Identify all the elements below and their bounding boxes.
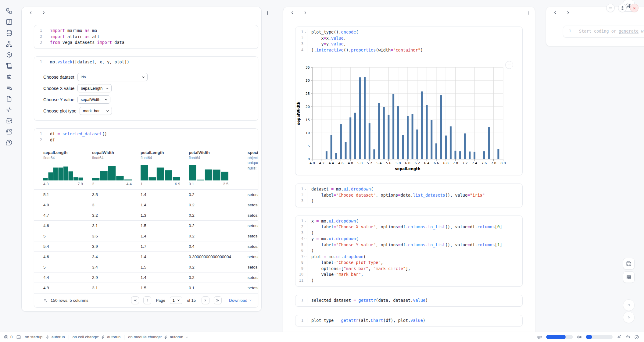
code-text[interactable]: mo.vstack([dataset, x, y, plot]) xyxy=(46,59,258,65)
table-row[interactable]: 53.41.50.2setosa xyxy=(34,262,258,273)
table-row[interactable]: 4.63.11.50.2setosa xyxy=(34,221,258,231)
fold-chevron-icon[interactable] xyxy=(304,237,307,240)
layout-button[interactable] xyxy=(623,271,635,283)
code-text[interactable]: ) xyxy=(307,198,522,204)
empty-code-cell[interactable]: 1 Start coding or generate with AI xyxy=(563,26,644,37)
scratchpad-icon[interactable] xyxy=(5,128,13,135)
column-back-button[interactable] xyxy=(28,10,33,15)
generate-link[interactable]: generate xyxy=(619,29,639,34)
settings-button[interactable] xyxy=(618,4,627,12)
table-row[interactable]: 4.93.11.50.1setosa xyxy=(34,283,258,293)
code-text[interactable]: label="Choose plot type", xyxy=(307,260,522,266)
code-text[interactable]: ) xyxy=(307,278,522,284)
code-text[interactable]: selected_dataset = getattr(data, dataset… xyxy=(307,297,522,304)
choose-x-value-select[interactable]: sepalLength xyxy=(77,84,112,92)
variables-icon[interactable] xyxy=(5,18,13,26)
column-forward-button[interactable] xyxy=(566,10,571,15)
check-circle-icon[interactable] xyxy=(634,335,639,340)
fold-chevron-icon[interactable] xyxy=(304,30,307,34)
fold-chevron-icon[interactable] xyxy=(304,187,307,191)
data-sources-icon[interactable] xyxy=(5,29,13,37)
code-text[interactable]: import altair as alt xyxy=(46,34,258,40)
code-editor[interactable]: 1plot_type().encode(2 x=x.value,3 y=y.va… xyxy=(295,27,522,56)
robot-icon[interactable] xyxy=(625,335,630,340)
dependency-graph-icon[interactable] xyxy=(5,40,13,48)
save-button[interactable] xyxy=(623,258,635,269)
table-row[interactable]: 53.61.40.2setosa xyxy=(34,231,258,241)
code-editor[interactable]: 1import marimo as mo2import altair as al… xyxy=(34,25,258,48)
add-cell-button[interactable] xyxy=(264,9,271,16)
code-text[interactable]: df = selected_dataset() xyxy=(46,131,258,137)
logs-icon[interactable] xyxy=(5,62,13,69)
ai-chat-icon[interactable] xyxy=(5,73,13,80)
table-row[interactable]: 5.13.51.40.2setosa xyxy=(34,190,258,200)
code-text[interactable]: dataset = mo.ui.dropdown( xyxy=(307,186,522,192)
search-icon[interactable] xyxy=(43,298,48,303)
column-header-petalLength[interactable]: petalLengthfloat6416.9 xyxy=(141,146,189,190)
chart-actions-button[interactable] xyxy=(505,61,513,69)
column-header-sepalWidth[interactable]: sepalWidthfloat6424.4 xyxy=(92,146,141,190)
add-cell-button[interactable] xyxy=(525,9,531,16)
column-header-species[interactable]: speciesobjectunique:nulls: xyxy=(248,146,258,190)
column-header-sepalLength[interactable]: sepalLengthfloat644.37.9 xyxy=(34,146,92,190)
last-page-button[interactable] xyxy=(214,296,222,304)
code-text[interactable]: import marimo as mo xyxy=(46,28,258,34)
bar-chart[interactable]: 4.04.24.44.64.85.05.25.45.65.86.06.26.46… xyxy=(295,60,511,173)
code-editor[interactable]: 1mo.vstack([dataset, x, y, plot]) xyxy=(34,57,258,68)
code-text[interactable]: x=x.value, xyxy=(307,35,522,41)
column-back-button[interactable] xyxy=(553,10,557,15)
runtime-config-on-startup-[interactable]: on startup:autorun xyxy=(25,335,65,339)
code-text[interactable]: df xyxy=(46,137,258,143)
code-text[interactable]: options=["mark_bar", "mark_circle"], xyxy=(307,266,522,272)
code-text[interactable]: ) xyxy=(307,230,522,236)
column-forward-button[interactable] xyxy=(303,10,308,15)
code-placeholder[interactable]: Start coding or generate with AI xyxy=(575,28,644,34)
stop-button[interactable] xyxy=(623,299,635,311)
fold-chevron-icon[interactable] xyxy=(304,255,307,258)
code-editor[interactable]: 1df = selected_dataset()2df xyxy=(34,129,258,146)
column-header-petalWidth[interactable]: petalWidthfloat640.12.5 xyxy=(189,146,248,190)
code-text[interactable]: label="Choose dataset", options=data.lis… xyxy=(307,192,522,198)
code-text[interactable]: label="Choose X value", options=df.colum… xyxy=(307,224,522,230)
code-text[interactable]: y=y.value, xyxy=(307,41,522,47)
table-row[interactable]: 5.43.91.70.4setosa xyxy=(34,241,258,252)
profiler-icon[interactable] xyxy=(5,106,13,113)
code-editor[interactable]: 1dataset = mo.ui.dropdown(2 label="Choos… xyxy=(295,184,522,207)
code-text[interactable]: plot_type = getattr(alt.Chart(df), plot.… xyxy=(307,318,522,324)
runtime-config-on-module-change-[interactable]: on module change:autorun xyxy=(128,335,189,339)
terminal-button[interactable] xyxy=(16,335,21,340)
packages-icon[interactable] xyxy=(5,51,13,59)
choose-plot-type-select[interactable]: mark_bar xyxy=(80,107,112,115)
column-back-button[interactable] xyxy=(290,10,295,15)
menu-button[interactable] xyxy=(606,4,615,12)
code-text[interactable]: x = mo.ui.dropdown( xyxy=(307,218,522,224)
code-text[interactable]: from vega_datasets import data xyxy=(46,40,258,46)
code-text[interactable]: label="Choose Y value", options=df.colum… xyxy=(307,242,522,248)
sparkles-icon[interactable] xyxy=(617,335,621,340)
runtime-config-on-cell-change-[interactable]: on cell change:autorun xyxy=(73,335,121,339)
fold-chevron-icon[interactable] xyxy=(304,219,307,223)
code-text[interactable]: plot_type().encode( xyxy=(307,29,522,35)
download-button[interactable]: Download xyxy=(229,298,252,303)
close-button[interactable] xyxy=(630,4,639,12)
column-forward-button[interactable] xyxy=(41,10,46,15)
code-editor[interactable]: 1selected_dataset = getattr(data, datase… xyxy=(295,295,522,306)
code-text[interactable]: plot = mo.ui.dropdown( xyxy=(307,254,522,260)
file-explorer-icon[interactable] xyxy=(5,7,13,15)
choose-y-value-select[interactable]: sepalWidth xyxy=(77,95,110,104)
next-page-button[interactable] xyxy=(202,296,209,304)
page-select[interactable]: 1 xyxy=(170,297,182,304)
code-text[interactable]: ).interactive().properties(width="contai… xyxy=(307,47,522,53)
previous-page-button[interactable] xyxy=(143,296,151,304)
snippets-icon[interactable] xyxy=(5,117,13,124)
help-icon[interactable] xyxy=(5,139,13,146)
choose-dataset-select[interactable]: iris xyxy=(77,73,148,81)
code-text[interactable]: y = mo.ui.dropdown( xyxy=(307,236,522,242)
run-button[interactable] xyxy=(623,312,635,323)
code-editor[interactable]: 1x = mo.ui.dropdown(2 label="Choose X va… xyxy=(295,216,522,287)
table-row[interactable]: 4.42.91.40.2setosa xyxy=(34,273,258,283)
table-row[interactable]: 4.63.41.40.30000000000000004setosa xyxy=(34,252,258,262)
table-row[interactable]: 4.73.21.30.2setosa xyxy=(34,210,258,221)
first-page-button[interactable] xyxy=(131,296,139,304)
documentation-icon[interactable] xyxy=(5,95,13,102)
